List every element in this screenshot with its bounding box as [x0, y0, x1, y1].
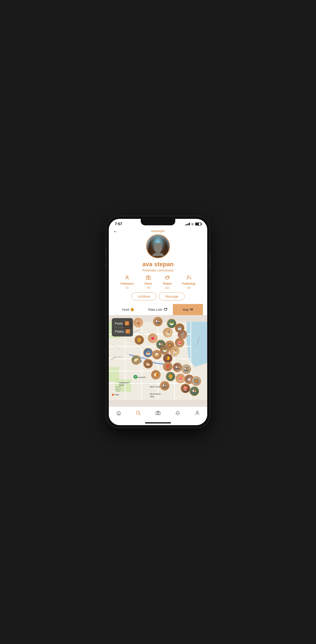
followers-value: 21: [126, 286, 129, 289]
map-pin[interactable]: 🍛: [152, 350, 162, 360]
nav-home[interactable]: [114, 409, 123, 418]
svg-rect-1: [146, 276, 151, 280]
tab-map[interactable]: Map 🗺: [173, 304, 203, 315]
status-icons: ⊜: [185, 222, 201, 226]
svg-point-2: [148, 277, 149, 278]
svg-point-51: [137, 411, 140, 414]
phone-frame: 7:57 ⊜ ← avastepan: [106, 216, 210, 428]
battery-fill: [196, 223, 199, 225]
filter-overlay: Posts ✓ Plates ✓: [112, 318, 133, 336]
map-pin[interactable]: 🍞: [151, 370, 160, 380]
svg-line-52: [139, 414, 141, 416]
map-pin[interactable]: 🍣: [181, 384, 190, 393]
plated-icon: [164, 275, 170, 281]
followers-icon: [125, 275, 130, 281]
avatar[interactable]: [146, 234, 170, 258]
bio-text: Postmates connoisseur: [142, 268, 174, 272]
battery-icon: [195, 222, 201, 226]
signal-icon: [185, 223, 190, 225]
map-icon: 🗺: [190, 308, 193, 312]
home-bar: [145, 422, 171, 424]
stats-row: Followers 21 Posts 79: [113, 275, 203, 289]
nav-camera[interactable]: [154, 409, 162, 418]
followers-label: Followers: [121, 282, 134, 285]
map-pin[interactable]: 🍜: [143, 359, 153, 368]
plate-lists-icon: [163, 307, 168, 312]
map-pin[interactable]: 🍱: [173, 363, 182, 372]
volume-down-button: [106, 260, 106, 269]
screen-content: ← avastepan ava stepan Postmates connois…: [109, 228, 207, 425]
stat-plated[interactable]: Plated 121: [163, 275, 171, 289]
search-icon: [136, 410, 141, 417]
bottom-nav: [109, 406, 207, 422]
nav-notifications[interactable]: [173, 409, 182, 418]
home-icon: [116, 410, 121, 417]
map-pin[interactable]: 🦞: [163, 362, 172, 371]
username-label: avastepan: [151, 229, 165, 233]
nav-profile[interactable]: [193, 409, 202, 418]
svg-point-0: [126, 276, 128, 278]
message-button[interactable]: Message: [159, 292, 184, 300]
following-label: Following: [182, 282, 195, 285]
following-value: 20: [187, 286, 190, 289]
following-icon: [186, 275, 191, 281]
svg-point-3: [165, 277, 169, 279]
map-pin[interactable]: 🍔: [135, 335, 144, 345]
filter-plates-row[interactable]: Plates ✓: [115, 328, 130, 334]
posts-icon: [146, 275, 151, 281]
map-label: Map: [183, 308, 189, 312]
bell-icon: [175, 410, 180, 417]
action-buttons: Unfollow Message: [132, 292, 184, 300]
notch: [141, 219, 175, 225]
svg-rect-53: [156, 412, 160, 415]
stat-following[interactable]: Following 20: [182, 275, 195, 289]
stat-posts[interactable]: Posts 79: [145, 275, 152, 289]
phone-screen: 7:57 ⊜ ← avastepan: [109, 219, 207, 425]
filter-posts-checkbox[interactable]: ✓: [125, 321, 129, 326]
volume-up-button: [106, 249, 106, 257]
posts-label: Posts: [145, 282, 152, 285]
plated-label: Plated: [163, 282, 171, 285]
back-button[interactable]: ←: [113, 229, 118, 234]
feed-label: Feed: [122, 308, 129, 312]
wifi-icon: ⊜: [191, 222, 194, 226]
feed-icon: 🍔: [130, 308, 134, 312]
svg-point-8: [164, 309, 167, 310]
camera-icon: [156, 410, 160, 417]
map-area[interactable]: 90 90 41 G PARK Garfield (James) Park + …: [109, 315, 207, 406]
map-pin[interactable]: 🍜: [170, 346, 179, 356]
filter-divider: [115, 327, 130, 328]
filter-plates-label: Plates: [115, 330, 124, 333]
tabs-row: Feed 🍔 Plate Lists: [113, 304, 203, 315]
map-pin[interactable]: 🍝: [143, 348, 153, 358]
svg-point-54: [157, 412, 159, 414]
map-pin[interactable]: 🍣: [176, 374, 185, 383]
map-pin[interactable]: 🍱: [189, 386, 199, 396]
nav-search[interactable]: [134, 409, 143, 418]
map-pin[interactable]: 🍜: [163, 328, 172, 337]
filter-posts-row[interactable]: Posts ✓: [115, 320, 130, 326]
status-time: 7:57: [115, 222, 122, 226]
map-pin[interactable]: 🍗: [133, 318, 143, 328]
map-pin[interactable]: 🍱: [160, 381, 169, 390]
svg-point-6: [187, 276, 189, 278]
filter-plates-checkbox[interactable]: ✓: [126, 329, 130, 334]
map-pin[interactable]: 🥟: [132, 355, 141, 365]
svg-point-55: [196, 411, 198, 413]
map-pin[interactable]: 🍣: [175, 338, 184, 348]
profile-header: ← avastepan ava stepan Postmates connois…: [109, 228, 207, 315]
tab-plate-lists[interactable]: Plate Lists: [143, 304, 173, 315]
unfollow-button[interactable]: Unfollow: [132, 292, 157, 300]
tab-feed[interactable]: Feed 🍔: [113, 304, 143, 315]
plate-lists-label: Plate Lists: [148, 308, 162, 312]
filter-posts-label: Posts: [115, 322, 123, 325]
profile-icon: [195, 410, 200, 417]
map-pin[interactable]: 🍱: [153, 317, 162, 326]
map-pin[interactable]: 🥩: [148, 334, 158, 343]
stat-followers[interactable]: Followers 21: [121, 275, 134, 289]
display-name: ava stepan: [143, 261, 174, 268]
map-pin[interactable]: 🍱: [181, 364, 191, 374]
avatar-image: [147, 235, 169, 258]
map-pin[interactable]: 🥘: [191, 376, 201, 386]
map-pin[interactable]: 🍔: [166, 372, 175, 381]
